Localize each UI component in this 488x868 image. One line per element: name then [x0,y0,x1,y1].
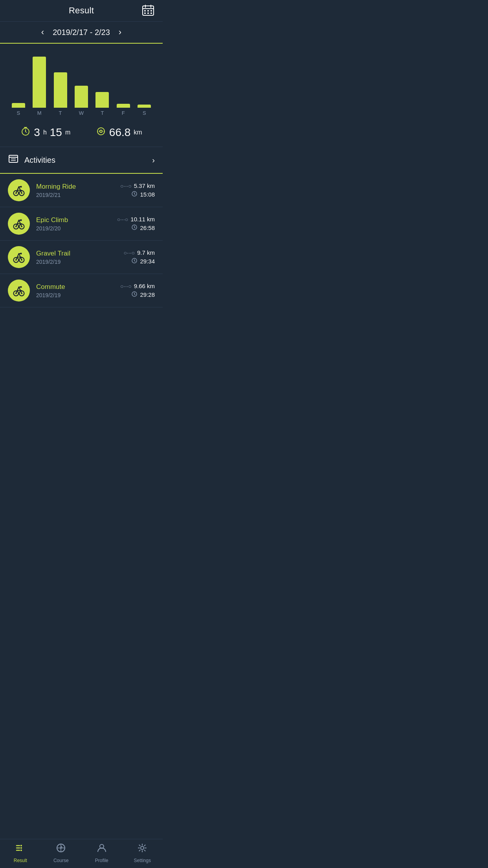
svg-line-54 [134,294,135,295]
calendar-icon[interactable] [141,4,155,17]
svg-point-35 [20,219,22,221]
activity-stats-1: ○···○ 10.11 km 26:58 [117,216,155,232]
date-range-text: 2019/2/17 - 2/23 [53,28,110,37]
activity-distance-row-0: ○···○ 5.37 km [120,182,155,189]
svg-rect-9 [150,13,152,14]
activity-distance-0: 5.37 km [134,182,155,189]
svg-point-16 [100,130,102,132]
distance-dot-icon-1: ○···○ [117,216,128,223]
bar-col-t-2: T [50,72,71,116]
activity-name-2: Gravel Trail [36,250,117,257]
activity-duration-2: 29:34 [140,258,155,265]
activity-info-2: Gravel Trail 2019/2/19 [36,250,117,265]
clock-icon-2 [131,257,138,265]
bar-6 [138,105,151,108]
activity-date-3: 2019/2/19 [36,292,114,298]
activities-title: Activities [24,156,152,165]
bar-chart: SMTWTFS [8,53,155,116]
activity-date-2: 2019/2/19 [36,259,117,265]
duration-m-label: m [65,129,70,136]
activity-distance-3: 9.66 km [134,283,155,289]
clock-icon-3 [131,291,138,298]
bar-col-w-3: W [71,86,92,116]
activity-duration-1: 26:58 [140,224,155,231]
activity-stats-2: ○···○ 9.7 km 29:34 [123,249,155,265]
bar-day-label-3: W [79,110,84,116]
activity-distance-2: 9.7 km [137,249,155,256]
prev-date-button[interactable]: ‹ [39,27,46,37]
bar-3 [75,86,88,108]
activity-duration-3: 29:28 [140,291,155,298]
activity-stats-3: ○···○ 9.66 km 29:28 [120,283,155,298]
activity-icon-2 [8,246,30,268]
duration-h-label: h [43,129,47,136]
distance-stat: 66.8 km [96,126,142,139]
date-range-bar: ‹ 2019/2/17 - 2/23 › [0,22,163,44]
activity-item-1[interactable]: Epic Climb 2019/2/20 ○···○ 10.11 km [0,207,163,241]
activity-info-3: Commute 2019/2/19 [36,283,114,298]
duration-minutes: 15 [50,126,62,139]
distance-dot-icon-3: ○···○ [120,283,132,289]
activities-chevron-icon: › [152,156,155,165]
svg-rect-4 [144,10,146,11]
activity-info-0: Morning Ride 2019/2/21 [36,183,114,198]
chart-section: SMTWTFS [0,44,163,120]
svg-rect-6 [150,10,152,11]
timer-icon [20,126,31,139]
bar-0 [12,103,25,108]
svg-rect-5 [147,10,149,11]
svg-point-27 [20,186,22,188]
bar-day-label-2: T [59,110,62,116]
duration-stat: 3 h 15 m [20,126,70,139]
bar-day-label-0: S [17,110,20,116]
activity-icon-0 [8,179,30,201]
activity-duration-row-1: 26:58 [131,224,155,232]
bar-2 [54,72,67,108]
bar-day-label-5: F [122,110,125,116]
activity-date-1: 2019/2/20 [36,225,111,232]
activities-icon [8,153,19,167]
distance-icon [96,126,106,139]
bar-col-m-1: M [29,57,50,116]
svg-line-46 [134,261,135,261]
distance-dot-icon-0: ○···○ [120,183,132,189]
bar-day-label-1: M [37,110,42,116]
activity-item-3[interactable]: Commute 2019/2/19 ○···○ 9.66 km [0,274,163,307]
activity-duration-row-0: 15:08 [131,191,155,198]
svg-line-12 [26,132,27,132]
activity-icon-1 [8,213,30,235]
distance-value: 66.8 [109,126,131,139]
bar-1 [33,57,46,108]
bar-day-label-4: T [101,110,104,116]
header: Result [0,0,163,22]
activity-distance-1: 10.11 km [130,216,155,223]
svg-rect-8 [147,13,149,14]
bar-col-s-0: S [8,103,29,116]
activity-distance-row-3: ○···○ 9.66 km [120,283,155,289]
clock-icon-0 [131,191,138,198]
summary-stats: 3 h 15 m 66.8 km [0,120,163,147]
activity-date-0: 2019/2/21 [36,192,114,198]
bar-4 [95,92,109,108]
duration-hours: 3 [34,126,40,139]
activity-info-1: Epic Climb 2019/2/20 [36,216,111,232]
activity-list: Morning Ride 2019/2/21 ○···○ 5.37 km [0,174,163,307]
activity-duration-row-2: 29:34 [131,257,155,265]
page-title: Result [69,6,94,16]
activity-distance-row-2: ○···○ 9.7 km [123,249,155,256]
next-date-button[interactable]: › [116,27,124,37]
bar-5 [117,104,130,108]
distance-unit: km [134,129,142,136]
activities-header[interactable]: Activities › [0,147,163,174]
svg-line-30 [134,194,135,195]
activity-stats-0: ○···○ 5.37 km 15:08 [120,182,155,198]
svg-rect-7 [144,13,146,14]
activity-distance-row-1: ○···○ 10.11 km [117,216,155,223]
bar-col-f-5: F [113,104,134,116]
activity-name-1: Epic Climb [36,216,111,224]
activity-name-3: Commute [36,283,114,291]
activity-item-2[interactable]: Gravel Trail 2019/2/19 ○···○ 9.7 km [0,241,163,274]
activity-icon-3 [8,280,30,302]
distance-dot-icon-2: ○···○ [123,250,135,256]
activity-item-0[interactable]: Morning Ride 2019/2/21 ○···○ 5.37 km [0,174,163,207]
